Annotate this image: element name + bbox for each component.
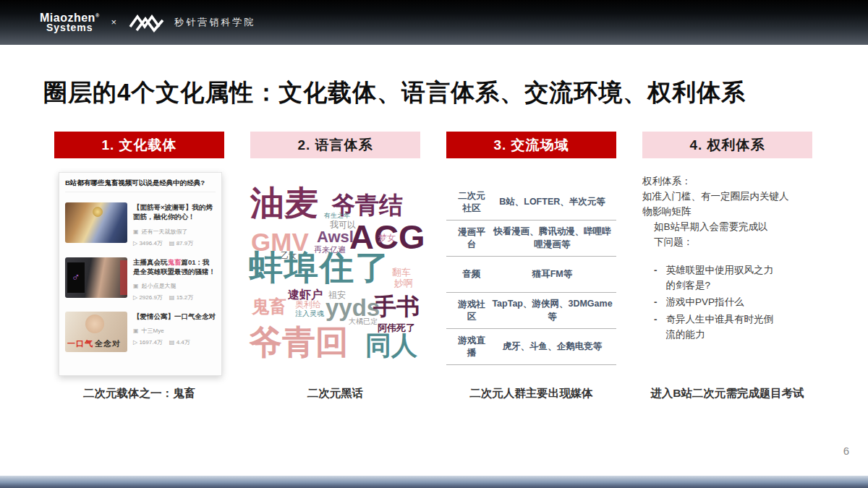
presentation-slide: Miaozhen® Systems × 秒针营销科学院 圈层的4个文化属性：文化… — [0, 0, 868, 488]
video-list: 【面筋哥×波澜哥】我的烤面筋，融化你的心！▣还有一天就放假了▷ 3496.4万▤… — [65, 202, 216, 352]
caption-rights-system: 进入B站二次元需完成题目考试 — [642, 386, 812, 401]
video-uploader: ▣起小点是大腿 — [133, 282, 216, 290]
brand-partner-name: 秒针营销科学院 — [174, 16, 255, 29]
wordcloud-word: 爷青回 — [249, 325, 349, 359]
video-info: 【面筋哥×波澜哥】我的烤面筋，融化你的心！▣还有一天就放假了▷ 3496.4万▤… — [133, 202, 216, 247]
column-language-system: 2. 语言体系 油麦爷青结有生之年我可以GMVAwslACG梦女再来亿遍乙女蚌埠… — [250, 132, 420, 376]
video-title: 主播真会玩鬼畜篇01：我是全英雄联盟最强的骚猪！ — [133, 257, 216, 277]
thumbnail-caption-red: 一口气 — [67, 339, 93, 348]
caption-communication-field: 二次元人群主要出现媒体 — [446, 386, 616, 401]
video-uploader: ▣十三Mye — [133, 327, 216, 335]
rights-heading: 权利体系： — [642, 174, 793, 189]
page-number: 6 — [843, 445, 849, 457]
wordcloud-word: 鬼畜 — [252, 298, 286, 315]
wordcloud-word: 蚌埠住了 — [249, 250, 391, 284]
media-table-platforms: 虎牙、斗鱼、企鹅电竞等 — [488, 341, 616, 354]
male-symbol-icon: ♂ — [67, 262, 85, 293]
wave-logo-icon — [128, 12, 166, 33]
uploader-icon: ▣ — [133, 228, 139, 235]
caption-culture-carrier: 二次元载体之一：鬼畜 — [54, 386, 224, 401]
uploader-name: 十三Mye — [142, 327, 164, 335]
uploader-name: 还有一天就放假了 — [142, 228, 188, 236]
video-title-part: 【爱情公寓】一口气全念对 — [133, 312, 216, 320]
column-header-4: 4. 权利体系 — [642, 132, 812, 158]
bilibili-screenshot: B站都有哪些鬼畜视频可以说是经典中的经典? 【面筋哥×波澜哥】我的烤面筋，融化你… — [59, 172, 222, 376]
video-info: 主播真会玩鬼畜篇01：我是全英雄联盟最强的骚猪！▣起小点是大腿▷ 2926.9万… — [133, 257, 216, 302]
media-table-row: 游戏直播虎牙、斗鱼、企鹅电竞等 — [446, 329, 616, 365]
column-communication-field: 3. 交流场域 二次元社区B站、LOFTER、半次元等漫画平台快看漫画、腾讯动漫… — [446, 132, 616, 376]
thumbnail-caption: 一口气全念对 — [67, 338, 121, 349]
logo-line2: Systems — [46, 23, 93, 33]
video-stats: ▷ 1697.4万▤ 4.4万 — [133, 338, 216, 346]
bullet-marker: - — [654, 295, 658, 310]
top-brand-bar: Miaozhen® Systems × 秒针营销科学院 — [0, 0, 868, 45]
video-title: 【面筋哥×波澜哥】我的烤面筋，融化你的心！ — [133, 202, 216, 222]
video-stats: ▷ 2926.9万▤ 15.2万 — [133, 294, 216, 301]
video-uploader: ▣还有一天就放假了 — [133, 228, 216, 236]
wordcloud-word: 同人 — [365, 333, 417, 359]
media-table-category: 二次元社区 — [455, 190, 488, 215]
rights-bullet: -游戏中PVP指什么 — [654, 295, 779, 310]
wordcloud-word: 妙啊 — [394, 278, 413, 288]
video-item: ♂主播真会玩鬼畜篇01：我是全英雄联盟最强的骚猪！▣起小点是大腿▷ 2926.9… — [65, 257, 216, 302]
column-header-3: 3. 交流场域 — [446, 132, 616, 158]
video-item: 一口气全念对【爱情公寓】一口气全念对▣十三Mye▷ 1697.4万▤ 4.4万 — [65, 312, 216, 352]
rights-bullet: -英雄联盟中使用驭风之力的剑客是? — [654, 263, 779, 294]
video-item: 【面筋哥×波澜哥】我的烤面筋，融化你的心！▣还有一天就放假了▷ 3496.4万▤… — [65, 202, 216, 247]
danmaku-count: ▤ 4.4万 — [169, 338, 190, 346]
wordcloud-word: 注入灵魂 — [295, 310, 324, 317]
column-culture-carrier: 1. 文化载体 B站都有哪些鬼畜视频可以说是经典中的经典? 【面筋哥×波澜哥】我… — [54, 132, 224, 376]
media-table-platforms: 快看漫画、腾讯动漫、哔哩哔哩漫画等 — [488, 226, 616, 251]
media-table-platforms: 猫耳FM等 — [488, 268, 616, 281]
uploader-name: 起小点是大腿 — [142, 282, 176, 290]
video-title-part: 【面筋哥×波澜哥】我的烤面筋，融化你的心！ — [133, 203, 213, 221]
bullet-text: 游戏中PVP指什么 — [666, 295, 744, 310]
wordcloud-word: 奥利给 — [295, 300, 321, 309]
danmaku-count: ▤ 15.2万 — [169, 294, 193, 301]
bottom-accent-bar — [0, 476, 868, 488]
wordcloud-word: 梦女 — [378, 234, 396, 242]
column-header-1: 1. 文化载体 — [54, 132, 224, 158]
columns-grid: 1. 文化载体 B站都有哪些鬼畜视频可以说是经典中的经典? 【面筋哥×波澜哥】我… — [54, 132, 812, 376]
wordcloud-word: 手书 — [373, 295, 420, 318]
media-table: 二次元社区B站、LOFTER、半次元等漫画平台快看漫画、腾讯动漫、哔哩哔哩漫画等… — [446, 184, 616, 365]
brand-lockup: Miaozhen® Systems × 秒针营销科学院 — [40, 12, 255, 33]
caption-language-system: 二次元黑话 — [250, 386, 420, 401]
rights-sub-intro: 如B站早期入会需要完成以下问题： — [642, 220, 793, 250]
play-count: ▷ 3496.4万 — [133, 239, 163, 247]
play-count: ▷ 1697.4万 — [133, 338, 163, 346]
media-table-platforms: TapTap、游侠网、3DMGame等 — [488, 298, 616, 323]
rights-bullet: -奇异人生中谁具有时光倒流的能力 — [654, 312, 779, 343]
media-table-row: 二次元社区B站、LOFTER、半次元等 — [446, 184, 616, 221]
media-table-row: 音频猫耳FM等 — [446, 257, 616, 293]
thumbnail-caption-dark: 全念对 — [95, 339, 121, 348]
wordcloud-word: yyds — [326, 296, 380, 320]
media-table-row: 游戏社区TapTap、游侠网、3DMGame等 — [446, 293, 616, 329]
column-header-2: 2. 语言体系 — [250, 132, 420, 158]
video-thumbnail: 一口气全念对 — [65, 312, 127, 352]
wordcloud-word: 大橘已定 — [349, 318, 378, 325]
media-table-category: 音频 — [455, 268, 488, 281]
video-title: 【爱情公寓】一口气全念对 — [133, 312, 216, 321]
rights-bullets: -英雄联盟中使用驭风之力的剑客是?-游戏中PVP指什么-奇异人生中谁具有时光倒流… — [642, 263, 793, 343]
video-info: 【爱情公寓】一口气全念对▣十三Mye▷ 1697.4万▤ 4.4万 — [133, 312, 216, 352]
bullet-text: 奇异人生中谁具有时光倒流的能力 — [666, 312, 780, 343]
slide-title: 圈层的4个文化属性：文化载体、语言体系、交流环境、权利体系 — [43, 77, 839, 109]
wordcloud-word: 油麦 — [250, 186, 318, 220]
video-title-part: 主播真会玩 — [133, 258, 168, 266]
uploader-icon: ▣ — [133, 283, 139, 289]
media-table-platforms: B站、LOFTER、半次元等 — [488, 196, 616, 209]
bullet-marker: - — [654, 263, 658, 294]
media-table-row: 漫画平台快看漫画、腾讯动漫、哔哩哔哩漫画等 — [446, 221, 616, 257]
wordcloud-word: 翻车 — [392, 267, 411, 277]
play-count: ▷ 2926.9万 — [133, 294, 163, 301]
bullet-text: 英雄联盟中使用驭风之力的剑客是? — [666, 263, 780, 294]
media-table-category: 游戏社区 — [455, 299, 488, 323]
uploader-icon: ▣ — [133, 328, 139, 334]
video-title-part: 鬼畜 — [168, 258, 182, 266]
column-rights-system: 4. 权利体系 权利体系： 如准入门槛、有一定圈层内关键人物影响矩阵 如B站早期… — [642, 132, 812, 376]
danmaku-count: ▤ 87.9万 — [169, 239, 193, 247]
video-thumbnail — [65, 202, 127, 243]
video-stats: ▷ 3496.4万▤ 87.9万 — [133, 239, 216, 247]
bullet-marker: - — [654, 312, 658, 343]
